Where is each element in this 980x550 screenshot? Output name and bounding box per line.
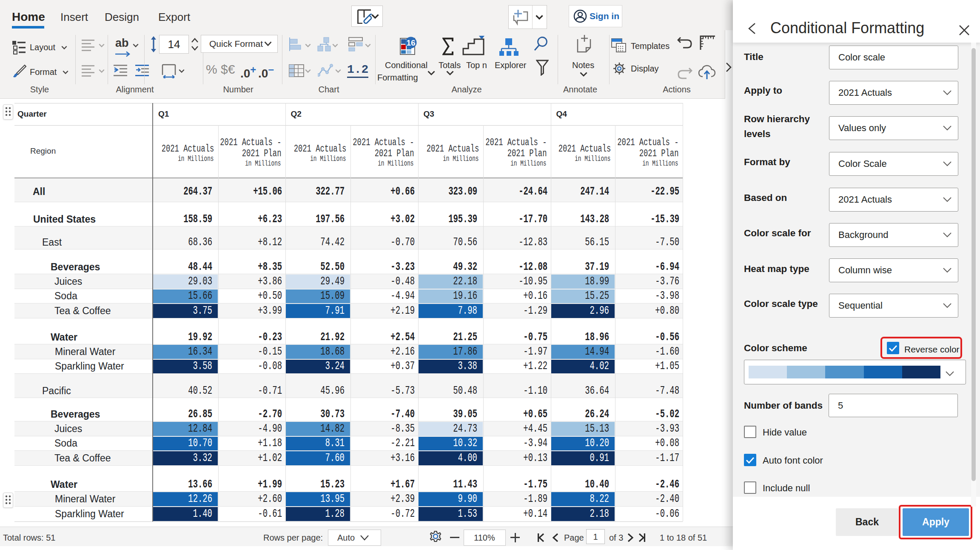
svg-text:16: 16	[406, 38, 415, 47]
